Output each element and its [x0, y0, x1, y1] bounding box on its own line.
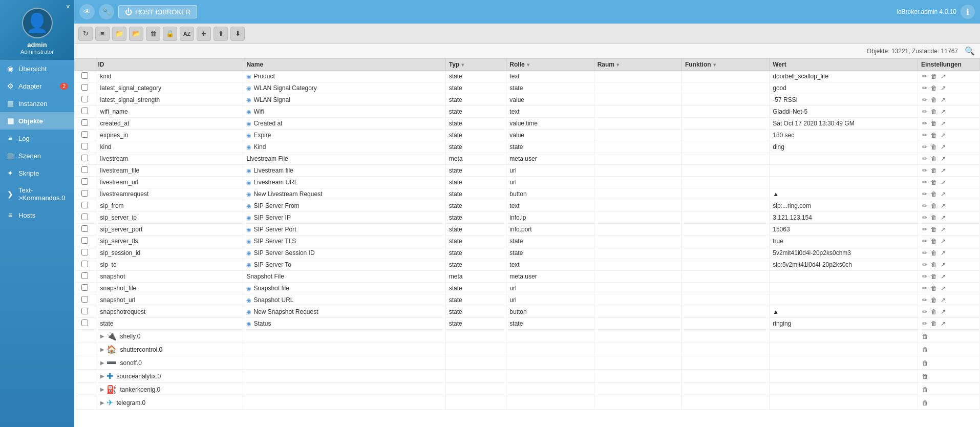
row-checkbox[interactable]	[81, 225, 88, 232]
th-raum[interactable]: Raum▾	[594, 59, 681, 71]
edit-button[interactable]: ✏	[921, 225, 928, 233]
th-id[interactable]: ID	[95, 59, 243, 71]
delete-row-button[interactable]: 🗑	[930, 261, 938, 269]
edit-button[interactable]: ✏	[921, 190, 928, 198]
row-checkbox[interactable]	[81, 190, 88, 197]
delete-row-button[interactable]: 🗑	[930, 296, 938, 304]
edit-button[interactable]: ✏	[921, 131, 928, 139]
expand-button[interactable]: ↗	[940, 155, 947, 163]
sidebar-item-skripte[interactable]: ✦ Skripte	[0, 164, 74, 182]
row-checkbox[interactable]	[81, 96, 88, 102]
delete-row-button[interactable]: 🗑	[930, 96, 938, 104]
expand-button[interactable]: ↗	[940, 249, 947, 257]
expand-arrow-icon[interactable]: ▶	[100, 400, 104, 405]
row-checkbox[interactable]	[81, 84, 88, 91]
row-checkbox[interactable]	[81, 261, 88, 267]
row-checkbox[interactable]	[81, 72, 88, 79]
expand-button[interactable]: ↗	[940, 261, 947, 269]
row-checkbox[interactable]	[81, 214, 88, 220]
delete-row-button[interactable]: 🗑	[930, 143, 938, 151]
delete-row-button[interactable]: 🗑	[930, 190, 938, 198]
edit-button[interactable]: ✏	[921, 178, 928, 186]
th-rolle-arrow[interactable]: ▾	[527, 62, 529, 68]
sidebar-item-adapter[interactable]: ⚙ Adapter 2	[0, 77, 74, 95]
collapse-button[interactable]: ≡	[95, 27, 110, 41]
row-checkbox[interactable]	[81, 143, 88, 150]
edit-button[interactable]: ✏	[921, 214, 928, 222]
expand-button[interactable]: ↗	[940, 178, 947, 186]
delete-row-button[interactable]: 🗑	[930, 202, 938, 210]
delete-row-button[interactable]: 🗑	[930, 272, 938, 281]
edit-button[interactable]: ✏	[921, 166, 928, 175]
expand-button[interactable]: ↗	[940, 225, 947, 233]
row-checkbox[interactable]	[81, 319, 88, 326]
sidebar-item-log[interactable]: ≡ Log	[0, 130, 74, 147]
wrench-button[interactable]: 🔧	[99, 4, 114, 19]
sidebar-item-objekte[interactable]: ▦ Objekte	[0, 112, 74, 130]
edit-button[interactable]: ✏	[921, 308, 928, 316]
expand-button[interactable]: ↗	[940, 319, 947, 328]
edit-button[interactable]: ✏	[921, 119, 928, 127]
expand-button[interactable]: ↗	[940, 272, 947, 281]
delete-row-button[interactable]: 🗑	[930, 249, 938, 257]
row-checkbox[interactable]	[81, 155, 88, 161]
th-name[interactable]: Name	[243, 59, 445, 71]
delete-row-button[interactable]: 🗑	[921, 346, 929, 354]
delete-row-button[interactable]: 🗑	[930, 166, 938, 175]
delete-row-button[interactable]: 🗑	[930, 119, 938, 127]
info-button[interactable]: ℹ	[961, 5, 975, 19]
folder-button[interactable]: 📁	[112, 27, 126, 41]
expand-button[interactable]: ↗	[940, 131, 947, 139]
expand-arrow-icon[interactable]: ▶	[100, 333, 104, 339]
edit-button[interactable]: ✏	[921, 202, 928, 210]
th-funktion-arrow[interactable]: ▾	[713, 62, 716, 68]
delete-row-button[interactable]: 🗑	[930, 155, 938, 163]
expand-arrow-icon[interactable]: ▶	[100, 360, 104, 366]
search-button[interactable]: 🔍	[965, 46, 975, 56]
row-checkbox[interactable]	[81, 119, 88, 126]
expand-arrow-icon[interactable]: ▶	[100, 387, 104, 392]
th-raum-arrow[interactable]: ▾	[616, 62, 619, 68]
delete-row-button[interactable]: 🗑	[930, 72, 938, 80]
th-typ[interactable]: Typ▾	[445, 59, 506, 71]
row-checkbox[interactable]	[81, 178, 88, 185]
close-icon[interactable]: ×	[66, 3, 70, 11]
delete-row-button[interactable]: 🗑	[930, 214, 938, 222]
edit-button[interactable]: ✏	[921, 84, 928, 92]
delete-row-button[interactable]: 🗑	[921, 359, 929, 367]
th-typ-arrow[interactable]: ▾	[461, 62, 464, 68]
delete-row-button[interactable]: 🗑	[921, 372, 929, 380]
row-checkbox[interactable]	[81, 272, 88, 279]
sidebar-item-hosts[interactable]: ≡ Hosts	[0, 206, 74, 224]
refresh-button[interactable]: ↻	[78, 27, 93, 41]
delete-row-button[interactable]: 🗑	[930, 319, 938, 328]
expand-button[interactable]: ↗	[940, 308, 947, 316]
delete-row-button[interactable]: 🗑	[930, 178, 938, 186]
expand-button[interactable]: ↗	[940, 202, 947, 210]
add-button[interactable]: +	[197, 27, 211, 41]
edit-button[interactable]: ✏	[921, 319, 928, 328]
delete-row-button[interactable]: 🗑	[921, 332, 929, 340]
th-funktion[interactable]: Funktion▾	[681, 59, 769, 71]
row-checkbox[interactable]	[81, 108, 88, 114]
row-checkbox[interactable]	[81, 237, 88, 244]
expand-button[interactable]: ↗	[940, 190, 947, 198]
edit-button[interactable]: ✏	[921, 96, 928, 104]
lock-button[interactable]: 🔒	[163, 27, 177, 41]
delete-row-button[interactable]: 🗑	[930, 284, 938, 292]
delete-row-button[interactable]: 🗑	[930, 131, 938, 139]
delete-button[interactable]: 🗑	[146, 27, 160, 41]
expand-button[interactable]: ↗	[940, 237, 947, 245]
delete-row-button[interactable]: 🗑	[930, 237, 938, 245]
delete-row-button[interactable]: 🗑	[921, 386, 929, 394]
edit-button[interactable]: ✏	[921, 296, 928, 304]
delete-row-button[interactable]: 🗑	[930, 225, 938, 233]
edit-button[interactable]: ✏	[921, 249, 928, 257]
edit-button[interactable]: ✏	[921, 237, 928, 245]
edit-button[interactable]: ✏	[921, 284, 928, 292]
delete-row-button[interactable]: 🗑	[930, 108, 938, 116]
expand-button[interactable]: ↗	[940, 284, 947, 292]
edit-button[interactable]: ✏	[921, 72, 928, 80]
sidebar-item-text-kommandos[interactable]: ❯ Text->Kommandos.0	[0, 182, 74, 206]
edit-button[interactable]: ✏	[921, 143, 928, 151]
